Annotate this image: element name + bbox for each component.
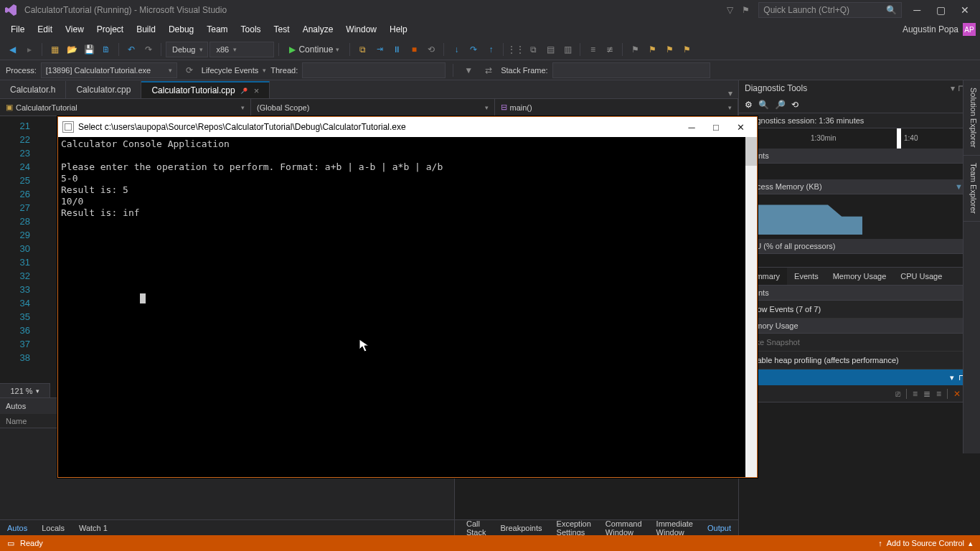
diag-zoom-in-icon[interactable]: 🔍 (758, 100, 769, 110)
undo-icon[interactable]: ↶ (123, 42, 139, 57)
diag-bar-dropdown-icon[interactable]: ▾ (950, 373, 954, 382)
toolbar-icon-4[interactable]: ▥ (560, 42, 575, 57)
new-project-icon[interactable]: ▦ (47, 42, 62, 57)
dtab-memory[interactable]: Memory Usage (826, 268, 894, 285)
toolbar-icon-3[interactable]: ▤ (542, 42, 558, 57)
step-out-icon[interactable]: ↑ (483, 42, 499, 57)
configuration-combo[interactable]: Debug▾ (166, 42, 208, 57)
diag-heap-profiling[interactable]: Enable heap profiling (affects performan… (739, 352, 980, 369)
close-button[interactable]: ✕ (954, 4, 976, 16)
diag-tool-icon-4[interactable]: ≡ (936, 389, 941, 399)
continue-button[interactable]: ▶Continue▾ (283, 42, 345, 57)
bookmark-folder-icon[interactable]: ⚑ (644, 42, 660, 57)
uncomment-icon[interactable]: ≢ (602, 42, 618, 57)
thread-combo[interactable] (302, 62, 446, 78)
diag-settings-icon[interactable]: ⚙ (745, 100, 753, 110)
tab-immediate-window[interactable]: Immediate Window (649, 520, 700, 535)
step-over-icon[interactable]: ↷ (466, 42, 481, 57)
menu-debug[interactable]: Debug (162, 22, 200, 37)
restart-icon[interactable]: ⟲ (423, 42, 439, 57)
bookmark-next-icon[interactable]: ⚑ (679, 42, 694, 57)
platform-combo[interactable]: x86▾ (209, 42, 274, 57)
bookmark-icon[interactable]: ⚑ (627, 42, 643, 57)
tab-calculator-h[interactable]: Calculator.h (0, 81, 66, 98)
rail-team-explorer[interactable]: Team Explorer (963, 156, 980, 222)
menu-view[interactable]: View (59, 22, 90, 37)
toolbar-icon-1[interactable]: ⋮⋮ (508, 42, 524, 57)
nav-project-combo[interactable]: ▣ CalculatorTutorial▾ (0, 99, 251, 116)
diag-reset-icon[interactable]: ⟲ (791, 100, 798, 110)
menu-window[interactable]: Window (339, 22, 383, 37)
step-into-icon[interactable]: ↓ (448, 42, 464, 57)
navigate-fwd-icon[interactable]: ▸ (22, 42, 37, 57)
lifecycle-icon[interactable]: ⟳ (182, 62, 197, 78)
stop-next-icon[interactable]: ⇥ (372, 42, 387, 57)
minimize-button[interactable]: ─ (906, 4, 928, 16)
save-icon[interactable]: 💾 (81, 42, 97, 57)
maximize-button[interactable]: ▢ (930, 4, 952, 16)
console-titlebar[interactable]: Select c:\users\aupopa\Source\Repos\Calc… (58, 117, 757, 137)
signed-in-user[interactable]: Augustin Popa AP (903, 23, 976, 36)
nav-scope-combo[interactable]: (Global Scope)▾ (251, 99, 495, 116)
tab-exception-settings[interactable]: Exception Settings (550, 520, 598, 535)
tab-autos[interactable]: Autos (0, 520, 34, 535)
diag-tool-icon-5[interactable]: ✕ (953, 389, 961, 399)
diag-zoom-out-icon[interactable]: 🔎 (775, 100, 786, 110)
menu-file[interactable]: File (4, 22, 31, 37)
tab-command-window[interactable]: Command Window (598, 520, 649, 535)
nav-function-combo[interactable]: ⊟ main()▾ (495, 99, 739, 116)
menu-team[interactable]: Team (200, 22, 234, 37)
pause-icon[interactable]: ⏸ (389, 42, 405, 57)
quick-launch-input[interactable]: Quick Launch (Ctrl+Q) 🔍 (758, 2, 902, 18)
tab-locals[interactable]: Locals (34, 520, 72, 535)
bookmark-prev-icon[interactable]: ⚑ (661, 42, 677, 57)
break-all-icon[interactable]: ⧉ (354, 42, 370, 57)
save-all-icon[interactable]: 🗎 (98, 42, 114, 57)
feedback-flag-icon[interactable]: ⚑ (742, 5, 750, 15)
dtab-cpu[interactable]: CPU Usage (893, 268, 949, 285)
console-maximize-button[interactable]: □ (704, 122, 728, 133)
filter-icon[interactable]: ▼ (461, 62, 476, 78)
tab-call-stack[interactable]: Call Stack (459, 520, 494, 535)
comment-icon[interactable]: ≡ (585, 42, 600, 57)
stackframe-combo[interactable] (552, 62, 710, 78)
rail-solution-explorer[interactable]: Solution Explorer (963, 80, 980, 156)
tab-watch1[interactable]: Watch 1 (72, 520, 115, 535)
menu-build[interactable]: Build (130, 22, 162, 37)
tabs-dropdown-icon[interactable]: ▾ (722, 88, 738, 98)
tab-close-icon[interactable]: × (254, 85, 260, 96)
open-file-icon[interactable]: 📂 (64, 42, 80, 57)
toolbar-icon-2[interactable]: ⧉ (525, 42, 541, 57)
console-scrollbar[interactable] (745, 137, 757, 477)
tab-calculatortutorial-cpp[interactable]: CalculatorTutorial.cpp 📍 × (141, 81, 270, 98)
console-close-button[interactable]: ✕ (728, 122, 753, 133)
menu-help[interactable]: Help (383, 22, 414, 37)
diag-take-snapshot[interactable]: Take Snapshot (739, 334, 980, 352)
menu-project[interactable]: Project (90, 22, 130, 37)
tab-calculator-cpp[interactable]: Calculator.cpp (66, 81, 141, 98)
tab-output[interactable]: Output (700, 520, 738, 535)
menu-test[interactable]: Test (268, 22, 296, 37)
threads-icon[interactable]: ⇄ (481, 62, 496, 78)
process-combo[interactable]: [13896] CalculatorTutorial.exe▾ (41, 62, 177, 78)
stop-debug-icon[interactable]: ■ (406, 42, 422, 57)
diag-tool-icon-2[interactable]: ≡ (913, 389, 918, 399)
menu-tools[interactable]: Tools (235, 22, 268, 37)
menu-edit[interactable]: Edit (31, 22, 59, 37)
zoom-level[interactable]: 121 % ▾ (0, 383, 50, 397)
source-control-button[interactable]: ↑ Add to Source Control ▴ (878, 539, 973, 548)
diag-tool-icon-3[interactable]: ≣ (923, 389, 930, 399)
diag-dropdown-icon[interactable]: ▾ (951, 83, 955, 93)
diag-tool-icon-1[interactable]: ⎚ (895, 389, 900, 399)
console-output[interactable]: Calculator Console Application Please en… (58, 137, 757, 477)
console-minimize-button[interactable]: ─ (679, 122, 704, 133)
menu-analyze[interactable]: Analyze (296, 22, 340, 37)
tab-breakpoints[interactable]: Breakpoints (493, 520, 549, 535)
redo-icon[interactable]: ↷ (141, 42, 156, 57)
notifications-icon[interactable]: ▽ (727, 5, 733, 15)
pin-icon[interactable]: 📍 (238, 85, 250, 96)
console-window[interactable]: Select c:\users\aupopa\Source\Repos\Calc… (57, 116, 758, 478)
diag-show-events[interactable]: Show Events (7 of 7) (739, 301, 980, 319)
dtab-events[interactable]: Events (787, 268, 826, 285)
navigate-back-icon[interactable]: ◀ (4, 42, 20, 57)
